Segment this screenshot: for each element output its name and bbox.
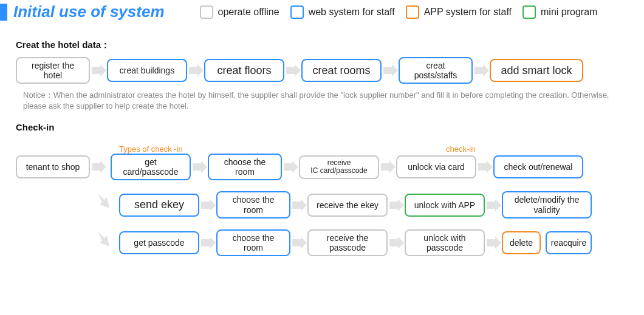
arrow-right-icon — [485, 237, 502, 249]
step-checkout-renewal: check out/renewal — [493, 155, 583, 178]
step-send-ekey: send ekey — [119, 194, 199, 217]
legend-offline: operate offline — [200, 5, 279, 19]
create-data-heading: Creat the hotel data： — [16, 39, 644, 51]
legend-web-label: web system for staff — [309, 7, 395, 18]
step-floors: creat floors — [204, 59, 284, 82]
step-add-lock: add smart lock — [490, 59, 583, 82]
arrow-right-icon — [476, 161, 493, 173]
step-choose-room-1: choose the room — [208, 154, 282, 180]
step-rooms: creat rooms — [301, 59, 382, 82]
arrow-right-icon — [187, 64, 204, 76]
step-unlock-passcode: unlock with passcode — [405, 229, 485, 256]
title-accent-bar — [0, 4, 7, 21]
swatch-blue-icon — [290, 5, 304, 19]
legend-offline-label: operate offline — [218, 7, 279, 18]
step-get-passcode: get passcode — [119, 231, 199, 254]
swatch-orange-icon — [406, 5, 419, 19]
step-receive-ekey: receive the ekey — [307, 194, 388, 217]
create-data-row: register the hotel creat buildings creat… — [0, 57, 644, 84]
arrow-right-icon — [485, 199, 502, 211]
arrow-right-icon — [191, 161, 208, 173]
step-receive-passcode: receive the passcode — [307, 229, 388, 256]
step-delete: delete — [502, 231, 541, 254]
checkin-column-labels: Types of check -in check-in — [0, 144, 644, 154]
legend-app: APP system for staff — [406, 5, 512, 19]
step-buildings: creat buildings — [107, 59, 187, 82]
header: Initial use of system operate offline we… — [0, 0, 644, 24]
arrow-right-icon — [290, 237, 307, 249]
checkin-label: check-in — [446, 144, 475, 154]
legend-mini: mini program — [522, 5, 597, 19]
swatch-gray-icon — [200, 5, 213, 19]
arrow-right-icon — [388, 199, 405, 211]
step-receive-ic: receive IC card/passcode — [299, 155, 379, 180]
step-get-card: get card/passcode — [111, 154, 191, 180]
arrow-right-icon — [290, 199, 307, 211]
legend-app-label: APP system for staff — [424, 7, 512, 18]
step-choose-room-2: choose the room — [216, 191, 290, 218]
arrow-right-icon — [388, 237, 405, 249]
step-unlock-card: unlock via card — [396, 155, 476, 178]
step-delete-modify-validity: delete/modify the validity — [502, 191, 592, 218]
checkin-row-2: send ekey choose the room receive the ek… — [0, 191, 644, 218]
arrow-right-icon — [284, 64, 301, 76]
create-data-notice: Notice：When the administrator creates th… — [23, 90, 628, 111]
types-of-checkin-label: Types of check -in — [119, 144, 216, 154]
arrow-right-icon — [199, 237, 216, 249]
checkin-row-1: tenant to shop get card/passcode choose … — [0, 154, 644, 180]
arrow-right-icon — [282, 161, 299, 173]
step-unlock-app: unlock with APP — [405, 194, 485, 217]
checkin-row-3: get passcode choose the room receive the… — [0, 229, 644, 256]
arrow-right-icon — [199, 199, 216, 211]
step-reacquire: reacquire — [546, 231, 592, 254]
arrow-right-icon — [90, 161, 107, 173]
arrow-right-icon — [90, 64, 107, 76]
swatch-green-icon — [522, 5, 536, 19]
step-posts: creat posts/staffs — [399, 57, 473, 84]
arrow-diag-icon — [96, 194, 114, 213]
arrow-right-icon — [382, 64, 399, 76]
checkin-heading: Check-in — [16, 122, 644, 132]
arrow-right-icon — [473, 64, 490, 76]
title-block: Initial use of system — [0, 2, 165, 21]
step-choose-room-3: choose the room — [216, 229, 290, 256]
step-register: register the hotel — [16, 57, 90, 84]
page-title: Initial use of system — [13, 2, 165, 21]
arrow-right-icon — [379, 161, 396, 173]
legend-web: web system for staff — [290, 5, 395, 19]
step-tenant-to-shop: tenant to shop — [16, 155, 90, 178]
legend-mini-label: mini program — [541, 7, 597, 18]
arrow-diag-icon — [96, 232, 114, 251]
